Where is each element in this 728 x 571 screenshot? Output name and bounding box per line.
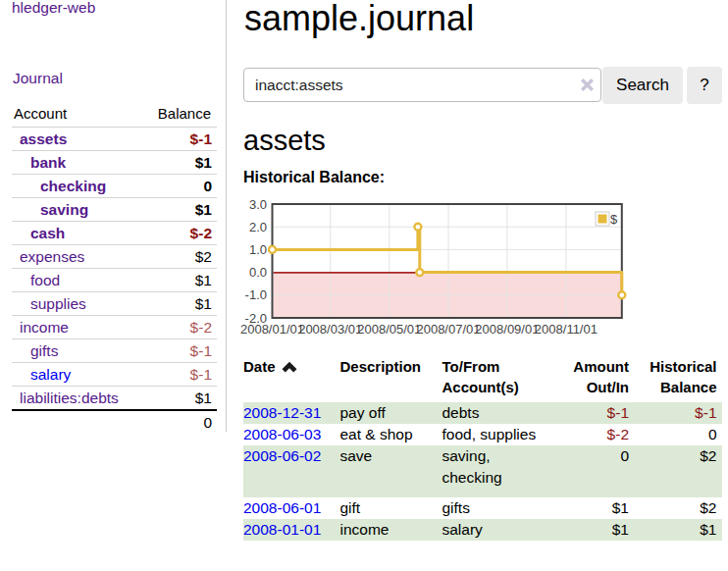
svg-text:2008/09/01: 2008/09/01 bbox=[475, 322, 539, 337]
svg-text:1.0: 1.0 bbox=[249, 242, 267, 257]
svg-text:2008/05/01: 2008/05/01 bbox=[357, 322, 421, 337]
svg-text:2008/01/01: 2008/01/01 bbox=[240, 322, 304, 337]
svg-text:$: $ bbox=[610, 212, 618, 227]
svg-text:2008/03/01: 2008/03/01 bbox=[298, 322, 362, 337]
svg-text:2008/11/01: 2008/11/01 bbox=[535, 322, 598, 337]
svg-text:0.0: 0.0 bbox=[249, 265, 267, 280]
svg-text:2008/07/01: 2008/07/01 bbox=[416, 322, 480, 337]
svg-text:2.0: 2.0 bbox=[249, 220, 267, 234]
svg-text:3.0: 3.0 bbox=[249, 197, 267, 212]
svg-text:-1.0: -1.0 bbox=[245, 287, 267, 302]
